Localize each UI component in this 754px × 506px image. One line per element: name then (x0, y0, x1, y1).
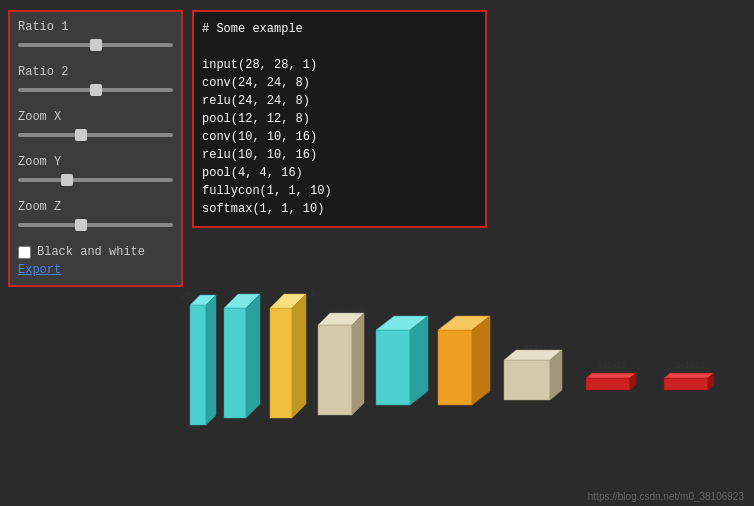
svg-marker-11 (292, 294, 306, 418)
code-line: # Some example (202, 20, 477, 38)
zoomy-slider[interactable] (18, 172, 173, 188)
svg-marker-23 (472, 316, 490, 405)
bw-label: Black and white (37, 245, 145, 259)
svg-marker-17 (376, 330, 410, 405)
layer-3: 24x24x8 (270, 290, 315, 418)
svg-marker-1 (190, 305, 206, 425)
nn-visualization: 28x28x1 24x24x8 24x24x8 (180, 270, 750, 500)
ratio1-slider[interactable] (18, 37, 173, 53)
layer-9: 1x1x10 (664, 360, 714, 390)
code-panel: # Some example input(28, 28, 1)conv(24, … (192, 10, 487, 228)
zoomx-slider[interactable] (18, 127, 173, 143)
svg-marker-3 (206, 295, 216, 425)
svg-marker-25 (504, 360, 550, 400)
code-line: pool(4, 4, 16) (202, 164, 477, 182)
code-line: input(28, 28, 1) (202, 56, 477, 74)
ratio2-label: Ratio 2 (18, 65, 173, 79)
code-line: relu(24, 24, 8) (202, 92, 477, 110)
svg-marker-21 (438, 330, 472, 405)
bw-checkbox-row: Black and white (18, 245, 173, 259)
zoomz-slider[interactable] (18, 217, 173, 233)
code-line: conv(10, 10, 16) (202, 128, 477, 146)
layer-7: 4x4x16 (504, 342, 562, 400)
svg-marker-34 (664, 373, 714, 378)
zoomy-label: Zoom Y (18, 155, 173, 169)
ratio1-label: Ratio 1 (18, 20, 173, 34)
svg-marker-5 (224, 308, 246, 418)
bw-checkbox[interactable] (18, 246, 31, 259)
svg-marker-13 (318, 325, 352, 415)
export-link[interactable]: Export (18, 263, 173, 277)
code-line (202, 38, 477, 56)
zoomx-group: Zoom X (18, 110, 173, 147)
svg-marker-19 (410, 316, 428, 405)
svg-marker-9 (270, 308, 292, 418)
watermark: https://blog.csdn.net/m0_38106923 (588, 491, 744, 502)
svg-marker-15 (352, 313, 364, 415)
svg-text:1x1x10: 1x1x10 (675, 360, 704, 370)
svg-marker-7 (246, 294, 260, 418)
svg-marker-29 (586, 378, 630, 390)
svg-marker-30 (586, 373, 636, 378)
layer-2: 24x24x8 (224, 290, 265, 418)
zoomz-label: Zoom Z (18, 200, 173, 214)
layer-4: 12x12x8 (318, 307, 365, 415)
code-line: fullycon(1, 1, 10) (202, 182, 477, 200)
svg-marker-33 (664, 378, 708, 390)
layer-1: 28x28x1 (181, 290, 216, 425)
left-panel: Ratio 1 Ratio 2 Zoom X Zoom Y Zoom Z Bla… (8, 10, 183, 287)
ratio2-group: Ratio 2 (18, 65, 173, 102)
code-line: softmax(1, 1, 10) (202, 200, 477, 218)
ratio2-slider[interactable] (18, 82, 173, 98)
ratio1-group: Ratio 1 (18, 20, 173, 57)
code-line: pool(12, 12, 8) (202, 110, 477, 128)
layer-8: 1x1x10 (586, 360, 636, 390)
zoomx-label: Zoom X (18, 110, 173, 124)
svg-text:1x1x10: 1x1x10 (597, 360, 626, 370)
viz-area: 28x28x1 24x24x8 24x24x8 (180, 270, 750, 500)
code-line: relu(10, 10, 16) (202, 146, 477, 164)
layer-6: 10x10x16 (438, 312, 490, 405)
layer-5: 10x10x16 (376, 312, 428, 405)
zoomy-group: Zoom Y (18, 155, 173, 192)
zoomz-group: Zoom Z (18, 200, 173, 237)
code-line: conv(24, 24, 8) (202, 74, 477, 92)
